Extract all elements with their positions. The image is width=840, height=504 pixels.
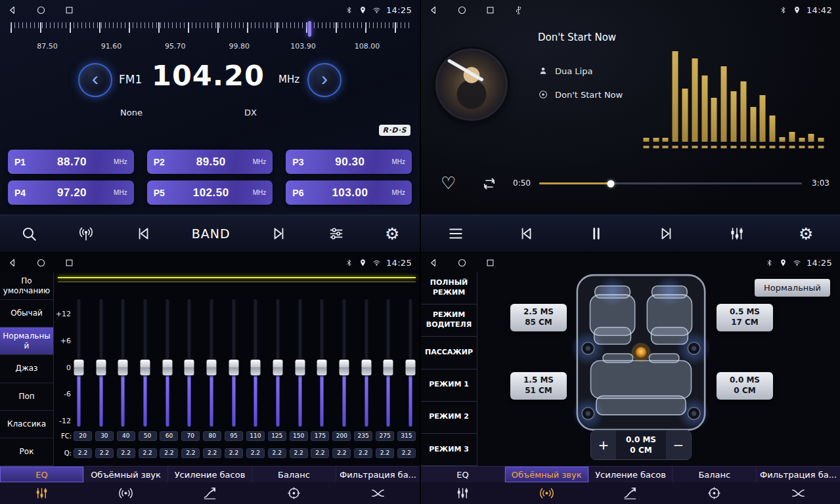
audio-tab[interactable]: EQ — [421, 467, 505, 482]
delay-rear-left-button[interactable]: 1.5 MS 51 CM — [510, 372, 567, 400]
eq-preset-item[interactable]: Нормальный — [0, 327, 53, 355]
fc-value[interactable]: 150 — [290, 431, 308, 441]
audio-tab[interactable]: Баланс — [252, 467, 336, 482]
radio-stations-icon[interactable] — [77, 225, 95, 242]
eq-band-slider[interactable] — [250, 299, 261, 427]
q-value[interactable]: 2.2 — [225, 448, 243, 458]
slider-handle[interactable] — [295, 360, 305, 375]
q-value[interactable]: 2.2 — [376, 448, 394, 458]
slider-handle[interactable] — [361, 360, 371, 375]
q-value[interactable]: 2.2 — [290, 448, 308, 458]
fc-value[interactable]: 175 — [311, 431, 329, 441]
eq-band-slider[interactable] — [361, 299, 372, 427]
q-value[interactable]: 2.2 — [311, 448, 329, 458]
audio-tab[interactable]: Усиление басов — [168, 467, 252, 482]
listening-mode-item[interactable]: РЕЖИМ 2 — [421, 402, 477, 434]
slider-handle[interactable] — [118, 360, 128, 375]
preset-button[interactable]: P3 90.30 MHz — [286, 150, 412, 174]
audio-tab[interactable]: Объёмный звук — [84, 467, 168, 482]
eq-band-slider[interactable] — [273, 299, 283, 427]
eq-tab-icon[interactable] — [0, 486, 84, 501]
q-value[interactable]: 2.2 — [246, 448, 265, 458]
eq-band-slider[interactable] — [96, 299, 106, 427]
recents-icon[interactable] — [64, 5, 74, 15]
listening-mode-item[interactable]: РЕЖИМ 3 — [421, 434, 477, 466]
eq-band-slider[interactable] — [405, 299, 416, 427]
back-icon[interactable] — [8, 5, 18, 15]
audio-tab[interactable]: Фильтрация ба... — [336, 467, 420, 482]
fc-value[interactable]: 95 — [225, 431, 243, 441]
progress-thumb[interactable] — [608, 180, 615, 187]
surround-tab-icon[interactable] — [84, 486, 168, 501]
q-value[interactable]: 2.2 — [203, 448, 221, 458]
eq-band-slider[interactable] — [229, 299, 239, 427]
eq-preset-item[interactable]: Рок — [0, 438, 53, 466]
slider-handle[interactable] — [229, 360, 238, 375]
fc-value[interactable]: 315 — [397, 431, 416, 441]
slider-handle[interactable] — [405, 360, 415, 375]
fc-value[interactable]: 20 — [74, 431, 92, 441]
fc-value[interactable]: 70 — [181, 431, 200, 441]
next-track-icon[interactable] — [271, 225, 288, 242]
eq-band-slider[interactable] — [118, 299, 128, 427]
home-icon[interactable] — [457, 258, 467, 268]
slider-handle[interactable] — [74, 360, 84, 375]
fc-value[interactable]: 235 — [354, 431, 372, 441]
sound-profile-button[interactable]: Нормальный — [755, 279, 830, 297]
delay-increase-button[interactable]: + — [591, 430, 616, 459]
back-icon[interactable] — [429, 5, 439, 15]
eq-preset-item[interactable]: Поп — [0, 383, 53, 411]
filter-tab-icon[interactable] — [756, 486, 840, 501]
eq-preset-item[interactable]: Классика — [0, 411, 53, 438]
prev-track-icon[interactable] — [518, 225, 535, 242]
slider-handle[interactable] — [162, 360, 172, 375]
home-icon[interactable] — [36, 5, 46, 15]
back-icon[interactable] — [429, 258, 439, 268]
delay-decrease-button[interactable]: − — [666, 430, 691, 459]
seek-up-button[interactable]: › — [307, 63, 342, 97]
audio-tab[interactable]: EQ — [0, 467, 84, 482]
q-value[interactable]: 2.2 — [95, 448, 114, 458]
eq-preset-item[interactable]: Джаз — [0, 355, 53, 383]
settings-gear-icon[interactable]: ⚙ — [385, 226, 399, 242]
preset-button[interactable]: P6 103.00 MHz — [286, 180, 412, 205]
eq-band-slider[interactable] — [206, 299, 217, 427]
eq-tab-icon[interactable] — [421, 486, 505, 501]
eq-band-slider[interactable] — [295, 299, 305, 427]
fc-value[interactable]: 30 — [95, 431, 114, 441]
slider-handle[interactable] — [140, 360, 150, 375]
playlist-icon[interactable] — [447, 225, 464, 242]
q-value[interactable]: 2.2 — [117, 448, 135, 458]
preset-button[interactable]: P4 97.20 MHz — [8, 180, 134, 205]
eq-band-slider[interactable] — [339, 299, 349, 427]
surround-tab-icon[interactable] — [505, 486, 589, 501]
listening-mode-item[interactable]: РЕЖИМ 1 — [421, 369, 477, 402]
q-value[interactable]: 2.2 — [332, 448, 351, 458]
preset-button[interactable]: P5 102.50 MHz — [147, 180, 273, 205]
fc-value[interactable]: 275 — [376, 431, 394, 441]
q-value[interactable]: 2.2 — [397, 448, 416, 458]
q-value[interactable]: 2.2 — [160, 448, 178, 458]
delay-rear-right-button[interactable]: 0.0 MS 0 CM — [717, 372, 773, 400]
slider-handle[interactable] — [384, 360, 393, 375]
audio-tab[interactable]: Баланс — [673, 467, 757, 482]
home-icon[interactable] — [457, 5, 467, 15]
balance-tab-icon[interactable] — [252, 486, 336, 501]
search-icon[interactable] — [20, 225, 37, 242]
fc-value[interactable]: 60 — [160, 431, 178, 441]
slider-handle[interactable] — [339, 360, 349, 375]
pause-icon[interactable] — [588, 225, 605, 242]
fc-value[interactable]: 40 — [117, 431, 135, 441]
listening-mode-item[interactable]: РЕЖИМ ВОДИТЕЛЯ — [421, 304, 477, 337]
eq-preset-item[interactable]: По умолчанию — [0, 272, 53, 300]
q-value[interactable]: 2.2 — [354, 448, 372, 458]
q-value[interactable]: 2.2 — [139, 448, 157, 458]
preset-button[interactable]: P2 89.50 MHz — [147, 150, 273, 174]
q-value[interactable]: 2.2 — [181, 448, 200, 458]
tuner-needle[interactable] — [308, 21, 311, 37]
back-icon[interactable] — [8, 258, 18, 268]
eq-band-slider[interactable] — [184, 299, 194, 427]
eq-band-slider[interactable] — [140, 299, 150, 427]
eq-band-slider[interactable] — [162, 299, 173, 427]
eq-band-slider[interactable] — [74, 299, 84, 427]
